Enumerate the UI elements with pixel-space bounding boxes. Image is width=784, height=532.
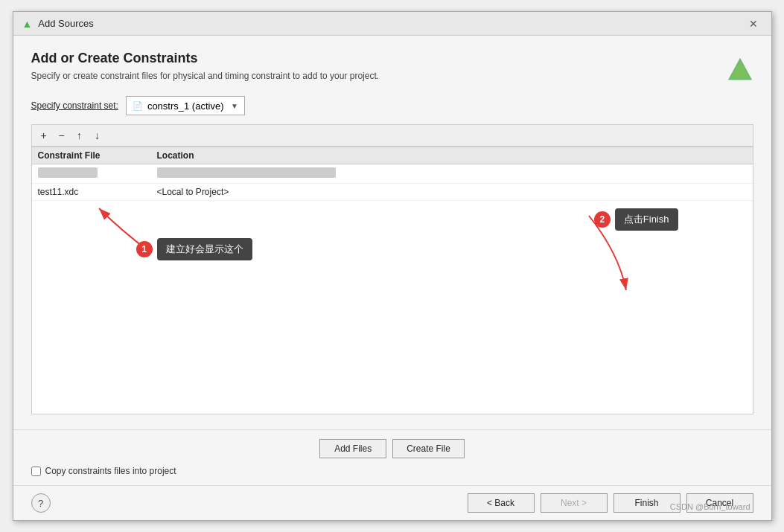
badge-1: 1: [136, 241, 153, 257]
add-file-toolbar-btn[interactable]: +: [35, 127, 53, 144]
vivado-logo: [727, 57, 753, 83]
bottom-section: Add Files Create File Copy constraints f…: [13, 429, 771, 485]
file-cell-0: [38, 167, 157, 180]
dialog: ▲ Add Sources ✕ Add or Create Constraint…: [13, 11, 772, 521]
page-subtitle: Specify or create constraint files for p…: [31, 71, 753, 81]
table-header: Constraint File Location: [32, 147, 753, 164]
footer-left: ?: [31, 493, 51, 513]
add-create-buttons: Add Files Create File: [31, 439, 753, 458]
remove-file-toolbar-btn[interactable]: −: [53, 127, 71, 144]
constraint-set-row: Specify constraint set: 📄 constrs_1 (act…: [31, 96, 753, 115]
annotation-bubble-1: 建立好会显示这个: [157, 238, 252, 260]
chevron-down-icon: ▼: [231, 102, 238, 110]
back-button[interactable]: < Back: [468, 493, 535, 513]
annotation-2: 2 点击Finish: [594, 208, 678, 231]
dialog-title: Add Sources: [38, 18, 93, 29]
dialog-content: Add or Create Constraints Specify or cre…: [13, 36, 771, 429]
move-down-toolbar-btn[interactable]: ↓: [89, 127, 106, 144]
annotation-area: 1 建立好会显示这个 2: [32, 201, 753, 305]
constraint-set-label: Specify constraint set:: [31, 100, 118, 111]
annotation-1: 1 建立好会显示这个: [136, 238, 252, 260]
copy-constraints-checkbox[interactable]: [31, 467, 41, 476]
next-button[interactable]: Next >: [541, 493, 608, 513]
move-up-toolbar-btn[interactable]: ↑: [71, 127, 89, 144]
checkbox-row: Copy constraints files into project: [31, 466, 753, 476]
watermark: CSDN @Born_toward: [670, 502, 750, 511]
table-body: test11.xdc <Local to Project>: [32, 164, 753, 414]
folder-icon: 📄: [133, 101, 143, 111]
constraint-set-dropdown[interactable]: 📄 constrs_1 (active) ▼: [126, 96, 245, 115]
location-cell-1: <Local to Project>: [157, 187, 747, 197]
page-title: Add or Create Constraints: [31, 51, 753, 66]
table-row[interactable]: [32, 164, 753, 184]
title-bar: ▲ Add Sources ✕: [13, 12, 771, 36]
redacted-filename: [38, 167, 98, 178]
copy-constraints-label: Copy constraints files into project: [45, 466, 176, 476]
col-location: Location: [157, 150, 747, 161]
add-files-button[interactable]: Add Files: [319, 439, 386, 458]
close-button[interactable]: ✕: [745, 16, 762, 31]
file-cell-1: test11.xdc: [38, 187, 157, 197]
constraints-table: Constraint File Location test11.xdc <Loc…: [31, 147, 753, 414]
location-cell-0: [157, 167, 747, 180]
create-file-button[interactable]: Create File: [392, 439, 465, 458]
redacted-location: [157, 167, 336, 178]
annotation-bubble-2: 点击Finish: [615, 208, 678, 231]
app-icon: ▲: [22, 18, 33, 30]
dialog-footer: ? < Back Next > Finish Cancel: [13, 485, 771, 520]
title-bar-left: ▲ Add Sources: [22, 18, 94, 30]
constraint-set-value: constrs_1 (active): [147, 100, 224, 112]
badge-2: 2: [594, 211, 611, 228]
col-constraint-file: Constraint File: [38, 150, 157, 161]
help-button[interactable]: ?: [31, 493, 51, 513]
table-row[interactable]: test11.xdc <Local to Project>: [32, 184, 753, 201]
file-toolbar: + − ↑ ↓: [31, 124, 753, 147]
